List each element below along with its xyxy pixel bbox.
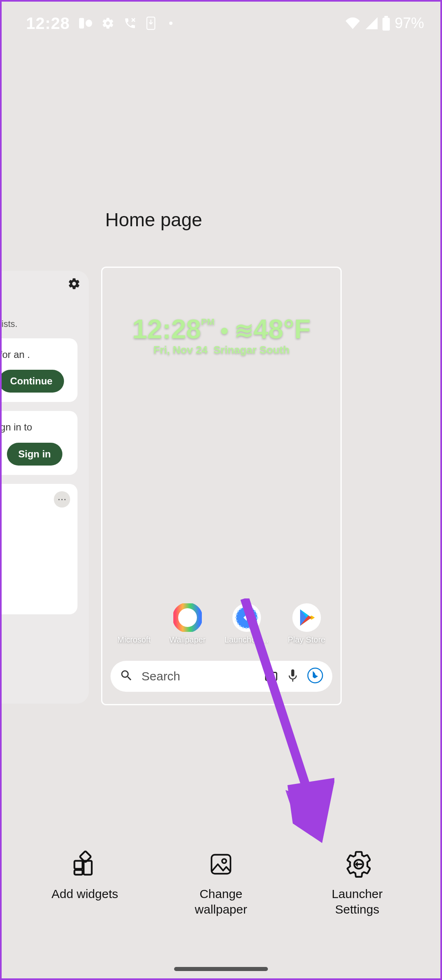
wallpaper-icon [173,603,202,632]
add-widgets-button[interactable]: Add widgets [32,850,138,917]
separator-dot: • [217,318,233,343]
battery-text: 97% [395,15,424,32]
card-text: fingertips. Sign in to [0,421,69,434]
svg-marker-18 [287,778,334,843]
app-launcher[interactable]: Launcher … [225,603,269,645]
camera-icon[interactable] [264,668,278,684]
status-right: 97% [345,15,424,32]
app-label: Wallpaper [169,635,206,645]
image-icon [206,850,236,879]
app-label: Launcher … [225,635,269,645]
wifi-icon [345,17,360,29]
svg-rect-4 [384,16,388,18]
id-icon [79,18,93,29]
signin-button[interactable]: Sign in [7,443,62,466]
feed-card-signin: fingertips. Sign in to ismiss Sign in [0,411,77,475]
app-label: Microsoft [117,635,150,645]
status-bar: 12:28 97% [2,2,440,38]
svg-rect-10 [291,669,294,677]
svg-rect-16 [212,855,231,874]
search-bar[interactable]: Search [110,661,332,692]
widget-temp: 48°F [254,313,311,344]
navigation-bar[interactable] [174,967,268,971]
bing-icon[interactable] [307,667,323,685]
status-clock: 12:28 [26,14,70,33]
svg-rect-1 [86,20,92,27]
gear-icon[interactable] [68,277,81,292]
download-icon [146,16,156,30]
svg-rect-3 [382,18,390,31]
action-label: Changewallpaper [195,886,247,917]
widgets-icon [70,850,99,879]
home-page-preview[interactable]: 12:28PM • ≋48°F Fri, Nov 24 Srinagar Sou… [101,267,342,705]
card-text: ult launcher for an . [0,348,69,361]
widget-date: Fri, Nov 24 [153,344,208,356]
dismiss-button[interactable]: ismiss [0,442,0,466]
app-microsoft[interactable]: Microsoft [117,603,150,645]
action-label: LauncherSettings [332,886,382,917]
feed-card-appointments[interactable]: ⋯ ntments [0,484,77,614]
page-title: Home page [105,209,440,231]
play-store-icon [292,603,321,632]
app-dock: Microsoft Wallpaper Launcher … Play Stor… [102,603,340,645]
continue-button[interactable]: Continue [0,370,64,393]
app-wallpaper[interactable]: Wallpaper [169,603,206,645]
launcher-settings-icon [343,850,372,879]
clock-weather-widget[interactable]: 12:28PM • ≋48°F [102,313,340,344]
svg-rect-14 [84,861,92,875]
search-icon [119,669,133,684]
svg-rect-12 [75,861,83,869]
microsoft-folder-icon [120,603,148,632]
widget-time-suffix: PM [201,317,214,327]
feed-subheading: ents, and to-do lists. [0,319,77,329]
app-label: Play Store [288,635,325,645]
svg-point-5 [175,605,200,630]
svg-rect-13 [75,870,83,874]
feed-card-default-launcher: ult launcher for an . miss Continue [0,338,77,402]
battery-icon [382,16,391,31]
phone-missed-icon [124,17,137,30]
launcher-settings-button[interactable]: LauncherSettings [304,850,410,917]
launcher-icon [232,603,261,632]
widget-date-location: Fri, Nov 24 Srinagar South [102,344,340,356]
feed-heading: on [0,300,77,317]
status-left: 12:28 [26,14,172,33]
svg-rect-8 [266,673,277,681]
svg-rect-0 [79,18,84,29]
search-placeholder: Search [141,669,256,683]
svg-point-17 [222,859,226,863]
gear-icon [102,17,115,30]
widget-location: Srinagar South [214,344,290,356]
app-play-store[interactable]: Play Store [288,603,325,645]
feed-panel-preview[interactable]: on ents, and to-do lists. ult launcher f… [0,271,89,704]
svg-point-9 [269,674,274,679]
dot-icon [169,22,172,25]
weather-wave-icon: ≋ [234,318,254,343]
more-icon[interactable]: ⋯ [54,491,70,508]
mic-icon[interactable] [287,668,299,684]
signal-icon [365,17,378,29]
widget-time: 12:28 [132,313,201,344]
change-wallpaper-button[interactable]: Changewallpaper [168,850,274,917]
action-label: Add widgets [51,886,118,902]
bottom-actions: Add widgets Changewallpaper LauncherSett… [2,850,440,917]
